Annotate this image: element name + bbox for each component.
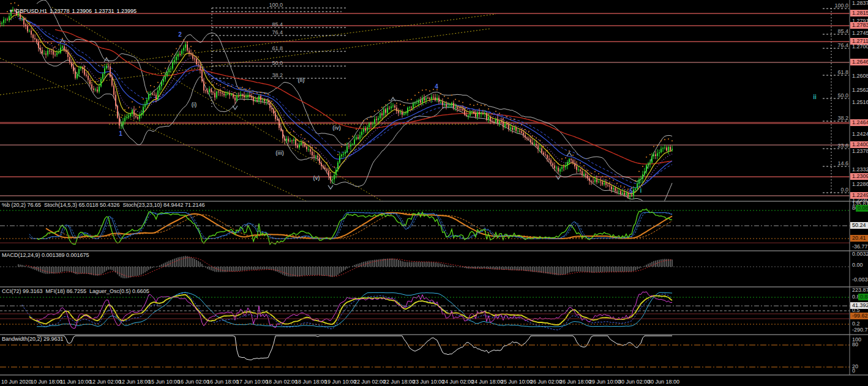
- psar-dot: [124, 109, 125, 111]
- psar-dot: [359, 127, 361, 128]
- elliott-wave-label: (i): [192, 102, 197, 108]
- psar-dot: [205, 83, 206, 84]
- time-axis-label: 17 Jun 10:00: [236, 379, 268, 385]
- psar-dot: [668, 138, 669, 139]
- psar-dot: [624, 187, 625, 188]
- time-axis-label: 12 Jun 18:00: [119, 379, 151, 385]
- time-axis-label: 30 Jun 18:00: [648, 379, 679, 385]
- elliott-wave-label: 2: [178, 31, 182, 38]
- psar-dot: [528, 131, 529, 132]
- psar-dot: [154, 86, 155, 87]
- psar-dot: [532, 135, 533, 136]
- psar-dot: [301, 134, 302, 135]
- psar-dot: [536, 137, 537, 138]
- psar-dot: [245, 89, 247, 90]
- psar-dot: [99, 78, 100, 79]
- time-axis-label: 29 Jun 10:00: [589, 379, 621, 385]
- psar-dot: [572, 155, 574, 156]
- time-axis-label: 24 Jun 18:00: [471, 379, 503, 385]
- indicator-axis-label: 0.2: [852, 321, 860, 327]
- fibonacci-level-label: 61.8: [837, 69, 848, 75]
- elliott-wave-label: (ii): [298, 77, 305, 83]
- fibonacci-level-label: 38.2: [837, 115, 848, 121]
- fibonacci-level-label: 85.4: [272, 21, 283, 28]
- price-level-badge-label: 1.27112: [852, 38, 868, 44]
- psar-dot: [653, 146, 654, 147]
- psar-dot: [260, 92, 261, 93]
- psar-dot: [54, 46, 56, 48]
- psar-dot: [223, 87, 225, 88]
- psar-dot: [91, 80, 92, 81]
- indicator-axis-label: -36.77: [852, 243, 868, 250]
- time-axis-label: 19 Jun 10:00: [324, 379, 356, 385]
- symbol-timeframe: GBPUSD,H1: [15, 8, 47, 14]
- trendline: [0, 58, 318, 207]
- fibonacci-level-label: 23.6: [837, 143, 848, 149]
- fibonacci-level-label: 14.6: [837, 160, 848, 166]
- psar-dot: [323, 159, 324, 160]
- ma-red-slow: [55, 29, 672, 164]
- price-axis-label: 1.28370: [852, 0, 868, 6]
- time-axis-label: 22 Jun 18:00: [383, 379, 415, 385]
- psar-dot: [95, 81, 96, 82]
- psar-dot: [121, 117, 122, 118]
- time-axis-label: 26 Jun 02:00: [530, 379, 562, 385]
- ohlc-close: 1.23995: [117, 8, 137, 14]
- psar-dot: [249, 87, 250, 89]
- indicator-value-badge-label: 50.24: [852, 222, 866, 228]
- psar-dot: [554, 160, 555, 161]
- psar-dot: [587, 170, 588, 171]
- fibonacci-level-label: 100.0: [834, 2, 848, 9]
- price-axis-label: 1.25160: [852, 99, 868, 105]
- psar-dot: [242, 87, 243, 88]
- indicator-value-badge-label: 20.41: [852, 235, 866, 241]
- fibonacci-level-label: 0.0: [840, 187, 848, 193]
- psar-dot: [635, 180, 636, 181]
- macd-histogram: [18, 256, 672, 278]
- symbol-dropdown-icon[interactable]: ▼: [9, 9, 13, 14]
- elliott-wave-label: (iv): [332, 125, 341, 131]
- mt4-chart-window: 100.085.476.461.850.038.2100.085.476.461…: [0, 0, 868, 386]
- psar-dot: [65, 43, 67, 45]
- psar-dot: [550, 155, 552, 156]
- psar-dot: [576, 161, 577, 163]
- psar-dot: [642, 166, 643, 167]
- psar-dot: [198, 56, 199, 58]
- time-axis-label: 30 Jun 02:00: [618, 379, 650, 385]
- indicator-axis-label: 0: [852, 368, 855, 374]
- psar-dot: [40, 42, 41, 43]
- time-axis-label: 16 Jun 02:00: [178, 379, 209, 385]
- psar-dot: [356, 128, 357, 130]
- psar-dot: [36, 33, 37, 34]
- psar-dot: [400, 104, 401, 105]
- psar-dot: [462, 102, 463, 103]
- psar-dot: [304, 138, 305, 139]
- time-axis-label: 22 Jun 02:00: [354, 379, 386, 385]
- psar-dot: [227, 85, 228, 86]
- elliott-wave-label: 1: [119, 130, 122, 137]
- psar-dot: [308, 141, 309, 142]
- elliott-wave-label: 5: [629, 188, 633, 195]
- psar-dot: [429, 91, 430, 92]
- psar-dot: [613, 179, 614, 180]
- psar-dot: [477, 103, 478, 105]
- price-axis-label: 1.22860: [852, 181, 868, 187]
- psar-dot: [609, 178, 610, 179]
- psar-dot: [286, 130, 287, 132]
- psar-dot: [367, 119, 368, 120]
- psar-dot: [481, 105, 482, 106]
- fibonacci-level-label: 50.0: [272, 60, 283, 66]
- indicator-axis-label: 0.00: [852, 262, 863, 268]
- psar-dot: [176, 48, 177, 50]
- zigzag-peak-marker: [104, 58, 109, 62]
- time-axis-label: 23 Jun 10:00: [413, 379, 444, 385]
- symbol-ohlc-readout: ▼GBPUSD,H11.237781.239061.237311.23995: [2, 2, 139, 20]
- psar-dot: [238, 87, 239, 89]
- time-axis-label: 11 Jun 10:00: [60, 379, 91, 385]
- psar-dot: [447, 98, 449, 99]
- psar-dot: [220, 84, 221, 86]
- psar-dot: [543, 146, 544, 147]
- psar-dot: [216, 83, 217, 84]
- psar-dot: [212, 84, 214, 86]
- indicator-value-badge-label: 0.08: [858, 205, 868, 211]
